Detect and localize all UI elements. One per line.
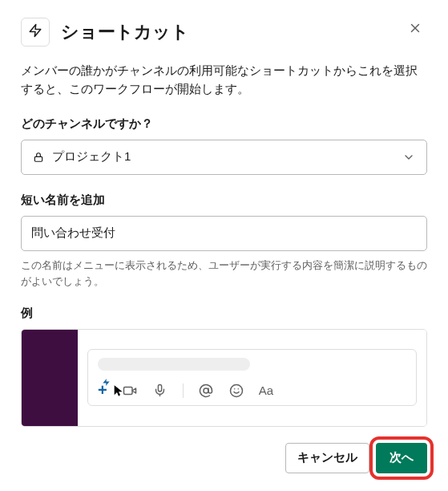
video-icon xyxy=(122,383,138,399)
chevron-down-icon xyxy=(402,151,415,164)
svg-rect-5 xyxy=(123,387,132,394)
name-help-text: この名前はメニューに表示されるため、ユーザーが実行する内容を簡潔に説明するものが… xyxy=(21,258,427,290)
example-composer: + xyxy=(87,349,417,406)
bolt-badge-icon xyxy=(102,375,111,390)
name-label: 短い名前を追加 xyxy=(21,193,427,208)
svg-marker-0 xyxy=(30,25,41,37)
name-input[interactable] xyxy=(21,216,427,251)
modal-footer: キャンセル 次へ xyxy=(21,443,427,473)
example-preview: + xyxy=(21,329,427,427)
shortcut-icon-box xyxy=(21,18,50,47)
next-button[interactable]: 次へ xyxy=(376,443,427,473)
bolt-icon xyxy=(28,23,42,41)
example-label: 例 xyxy=(21,306,427,321)
svg-marker-4 xyxy=(103,379,109,386)
composer-plus-button: + xyxy=(98,382,107,399)
close-button[interactable] xyxy=(403,18,427,42)
svg-rect-3 xyxy=(34,156,42,161)
svg-point-10 xyxy=(230,384,242,396)
close-icon xyxy=(408,21,422,39)
svg-rect-7 xyxy=(159,385,162,392)
format-icon: Aa xyxy=(259,383,273,397)
mention-icon xyxy=(198,383,214,399)
lock-icon xyxy=(33,152,44,163)
svg-point-9 xyxy=(204,388,208,393)
composer-toolbar: + xyxy=(98,382,406,399)
shortcut-modal: ショートカット メンバーの誰かがチャンネルの利用可能なショートカットからこれを選… xyxy=(0,0,448,491)
modal-header: ショートカット xyxy=(21,18,427,47)
example-sidebar xyxy=(22,330,78,426)
modal-description: メンバーの誰かがチャンネルの利用可能なショートカットからこれを選択すると、このワ… xyxy=(21,61,427,99)
channel-label: どのチャンネルですか？ xyxy=(21,116,427,132)
example-main: + xyxy=(78,330,426,426)
channel-select[interactable]: プロジェクト1 xyxy=(21,140,427,175)
microphone-icon xyxy=(152,383,168,399)
emoji-icon xyxy=(228,383,244,399)
channel-selected-value: プロジェクト1 xyxy=(52,149,131,164)
toolbar-separator xyxy=(183,383,184,398)
composer-text-placeholder xyxy=(98,358,250,371)
cancel-button[interactable]: キャンセル xyxy=(285,443,369,473)
modal-title: ショートカット xyxy=(61,20,189,44)
